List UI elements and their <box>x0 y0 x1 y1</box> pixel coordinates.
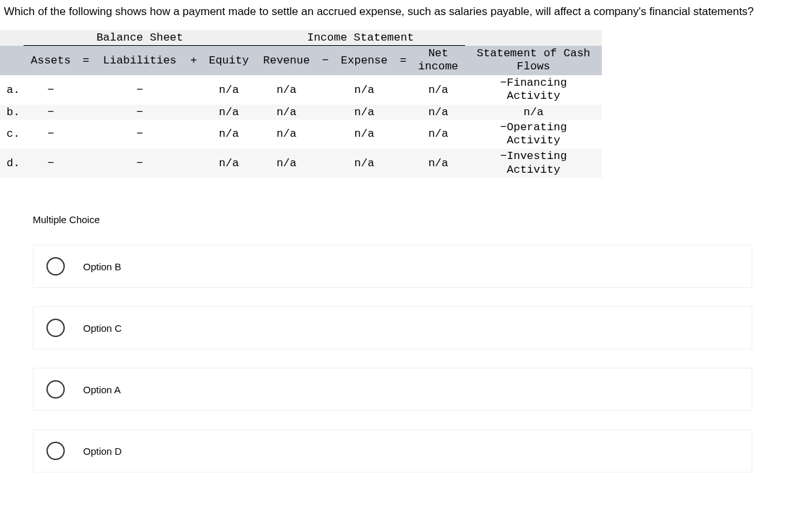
cell <box>395 105 411 120</box>
cell <box>186 149 202 178</box>
col-eq2: = <box>395 46 411 75</box>
cell-socf-l2: Activity <box>507 134 561 147</box>
col-netincome-l2: income <box>418 60 458 73</box>
spacer <box>465 30 602 46</box>
col-blank <box>0 46 24 75</box>
cell-socf-l1: −Operating <box>500 121 567 133</box>
cell-socf-l1: −Investing <box>500 150 567 162</box>
cell-socf-l2: Activity <box>507 164 561 176</box>
cell-socf: −Investing Activity <box>465 149 602 178</box>
cell-liabilities: − <box>94 120 186 149</box>
cell-netincome: n/a <box>411 120 465 149</box>
cell-liabilities: − <box>94 75 186 105</box>
option-label: Option A <box>83 384 121 395</box>
col-liabilities: Liabilities <box>94 46 186 75</box>
row-label: c. <box>0 120 24 149</box>
col-socf: Statement of Cash Flows <box>465 46 602 75</box>
cell-netincome: n/a <box>411 105 465 120</box>
row-label: a. <box>0 75 24 105</box>
cell-revenue: n/a <box>256 149 317 178</box>
option-d[interactable]: Option D <box>33 429 752 472</box>
option-label: Option B <box>83 261 121 272</box>
cell-expense: n/a <box>334 120 395 149</box>
cell <box>395 149 411 178</box>
radio-icon[interactable] <box>46 380 65 399</box>
cell-expense: n/a <box>334 105 395 120</box>
cell <box>317 75 334 105</box>
col-revenue: Revenue <box>256 46 317 75</box>
col-minus: − <box>317 46 334 75</box>
cell-assets: − <box>24 105 77 120</box>
cell-expense: n/a <box>334 149 395 178</box>
option-label: Option C <box>83 323 122 334</box>
col-netincome: Net income <box>411 46 465 75</box>
cell-equity: n/a <box>202 120 256 149</box>
cell-revenue: n/a <box>256 120 317 149</box>
option-label: Option D <box>83 446 122 457</box>
cell <box>186 105 202 120</box>
radio-icon[interactable] <box>46 442 65 460</box>
radio-icon[interactable] <box>46 257 65 275</box>
cell-socf: −Operating Activity <box>465 120 602 149</box>
cell-equity: n/a <box>202 149 256 178</box>
cell-assets: − <box>24 120 77 149</box>
cell <box>395 75 411 105</box>
col-expense: Expense <box>334 46 395 75</box>
option-c[interactable]: Option C <box>33 306 752 349</box>
cell <box>317 105 334 120</box>
col-netincome-l1: Net <box>428 47 449 60</box>
cell-liabilities: − <box>94 105 186 120</box>
group-income-statement: Income Statement <box>256 30 465 46</box>
cell-liabilities: − <box>94 149 186 178</box>
spacer <box>0 30 24 46</box>
cell <box>78 149 94 178</box>
effects-table: Balance Sheet Income Statement Assets = … <box>0 30 602 178</box>
cell-expense: n/a <box>334 75 395 105</box>
cell <box>186 75 202 105</box>
cell-revenue: n/a <box>256 75 317 105</box>
col-plus: + <box>186 46 202 75</box>
option-b[interactable]: Option B <box>33 245 752 288</box>
col-socf-l2: Flows <box>517 60 550 73</box>
options-list: Option B Option C Option A Option D <box>33 245 785 472</box>
cell <box>395 120 411 149</box>
cell-socf: n/a <box>465 105 602 120</box>
cell <box>186 120 202 149</box>
cell-equity: n/a <box>202 105 256 120</box>
cell-netincome: n/a <box>411 75 465 105</box>
col-assets: Assets <box>24 46 77 75</box>
cell <box>317 149 334 178</box>
option-a[interactable]: Option A <box>33 368 752 411</box>
cell-netincome: n/a <box>411 149 465 178</box>
question-text: Which of the following shows how a payme… <box>0 0 785 30</box>
row-label: d. <box>0 149 24 178</box>
col-socf-l1: Statement of Cash <box>477 47 590 60</box>
effects-table-container: Balance Sheet Income Statement Assets = … <box>0 30 785 178</box>
group-balance-sheet: Balance Sheet <box>24 30 256 46</box>
cell <box>78 105 94 120</box>
cell-assets: − <box>24 149 77 178</box>
cell <box>78 75 94 105</box>
cell-assets: − <box>24 75 77 105</box>
cell-revenue: n/a <box>256 105 317 120</box>
cell-socf: −Financing Activity <box>465 75 602 105</box>
cell-socf-l2: Activity <box>507 90 561 102</box>
col-eq1: = <box>78 46 94 75</box>
cell <box>317 120 334 149</box>
row-label: b. <box>0 105 24 120</box>
cell <box>78 120 94 149</box>
col-equity: Equity <box>202 46 256 75</box>
multiple-choice-heading: Multiple Choice <box>33 214 785 225</box>
cell-socf-l1: −Financing <box>500 77 567 89</box>
radio-icon[interactable] <box>46 319 65 337</box>
cell-equity: n/a <box>202 75 256 105</box>
